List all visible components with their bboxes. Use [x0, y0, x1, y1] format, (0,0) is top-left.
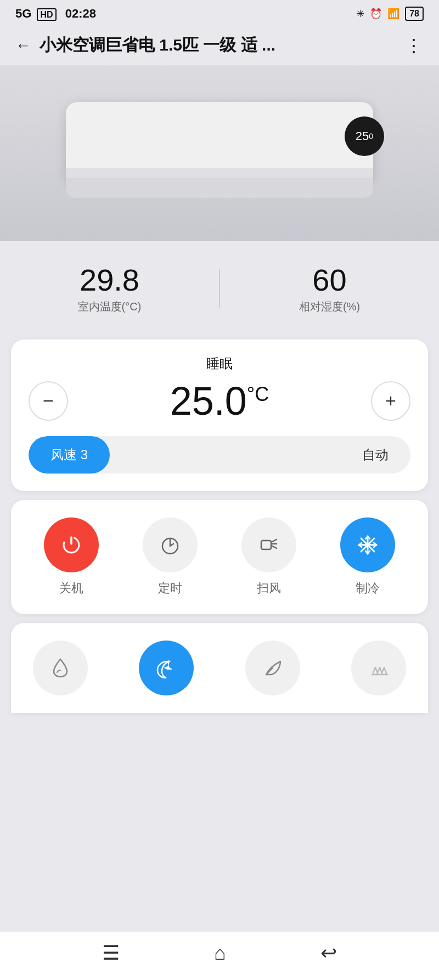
svg-line-7: [272, 539, 277, 542]
power-label: 关机: [59, 580, 83, 597]
temp-unit: °C: [247, 383, 269, 405]
temp-control: − 25.0°C +: [29, 381, 410, 421]
temperature-label: 室内温度(°C): [0, 299, 219, 314]
status-time: 5G HD 02:28: [15, 7, 96, 21]
header: ← 小米空调巨省电 1.5匹 一级 适 ... ⋮: [0, 25, 439, 65]
battery-icon: 78: [405, 7, 424, 21]
action-row: 关机 定时: [22, 517, 417, 597]
badge-temp-sub: 0: [369, 132, 373, 141]
heat-icon: [367, 656, 391, 680]
stats-section: 29.8 室内温度(°C) 60 相对湿度(%): [0, 241, 439, 331]
increase-icon: +: [385, 390, 396, 411]
sleep-circle: [139, 641, 194, 695]
svg-rect-6: [261, 541, 271, 549]
temperature-stat: 29.8 室内温度(°C): [0, 263, 219, 314]
clock-text: 02:28: [65, 7, 96, 20]
temp-display: 25.0°C: [170, 381, 269, 421]
mode-row: [33, 641, 406, 695]
ac-unit: 250: [66, 102, 373, 199]
home-button[interactable]: ⌂: [214, 942, 226, 965]
timer-circle: [143, 517, 198, 572]
back-button[interactable]: ←: [15, 37, 31, 54]
fan-speed-active[interactable]: 风速 3: [29, 436, 110, 474]
decrease-temp-button[interactable]: −: [29, 381, 68, 421]
fan-auto[interactable]: 自动: [249, 436, 410, 474]
heat-mode[interactable]: [351, 641, 406, 695]
hd-badge: HD: [37, 8, 56, 21]
badge-temp: 25: [356, 129, 369, 143]
timer-action[interactable]: 定时: [143, 517, 198, 597]
control-panel: 睡眠 − 25.0°C + 风速 3 自动: [11, 339, 428, 491]
cool-circle: [340, 517, 395, 572]
heat-circle: [351, 641, 406, 695]
bottom-nav: ☰ ⌂ ↩: [0, 932, 439, 980]
timer-icon: [158, 533, 182, 557]
fan-speed-row[interactable]: 风速 3 自动: [29, 436, 410, 474]
mode-panel: [11, 623, 428, 713]
humidity-label: 相对湿度(%): [220, 299, 439, 314]
sweep-label: 扫风: [257, 580, 281, 597]
temp-badge: 250: [345, 116, 384, 156]
humidity-circle: [33, 641, 88, 695]
ac-body: 250: [66, 102, 373, 179]
status-bar: 5G HD 02:28 ✳ ⏰ 📶 78: [0, 0, 439, 25]
signal-text: 5G: [15, 7, 31, 20]
alarm-icon: ⏰: [370, 8, 382, 20]
eco-circle: [245, 641, 300, 695]
eco-mode[interactable]: [245, 641, 300, 695]
leaf-icon: [261, 656, 285, 680]
temp-value: 25.0: [170, 379, 247, 423]
battery-level: 78: [409, 9, 419, 19]
sweep-icon: [257, 533, 281, 557]
humidity-stat: 60 相对湿度(%): [220, 263, 439, 314]
page-title: 小米空调巨省电 1.5匹 一级 适 ...: [40, 34, 396, 57]
menu-button[interactable]: ☰: [102, 942, 120, 965]
power-circle: [44, 517, 99, 572]
sleep-mode[interactable]: [139, 641, 194, 695]
decrease-icon: −: [43, 390, 54, 411]
wifi-icon: 📶: [387, 8, 399, 20]
cool-label: 制冷: [356, 580, 380, 597]
bluetooth-icon: ✳: [356, 8, 364, 20]
more-button[interactable]: ⋮: [405, 35, 424, 56]
increase-temp-button[interactable]: +: [371, 381, 410, 421]
cool-action[interactable]: 制冷: [340, 517, 395, 597]
power-icon: [59, 533, 83, 557]
snowflake-icon: [356, 533, 380, 557]
moon-icon: [154, 656, 178, 680]
power-action[interactable]: 关机: [44, 517, 99, 597]
back-button-nav[interactable]: ↩: [320, 942, 337, 965]
sweep-circle: [241, 517, 296, 572]
humidity-mode[interactable]: [33, 641, 88, 695]
ac-image-section: 250: [0, 65, 439, 241]
sweep-action[interactable]: 扫风: [241, 517, 296, 597]
action-panel: 关机 定时: [11, 500, 428, 614]
humidity-value: 60: [220, 263, 439, 297]
mode-label: 睡眠: [29, 355, 410, 372]
svg-line-9: [272, 546, 277, 548]
status-icons: ✳ ⏰ 📶 78: [356, 7, 424, 21]
timer-label: 定时: [158, 580, 182, 597]
temperature-value: 29.8: [0, 263, 219, 297]
humidity-icon: [48, 656, 72, 680]
